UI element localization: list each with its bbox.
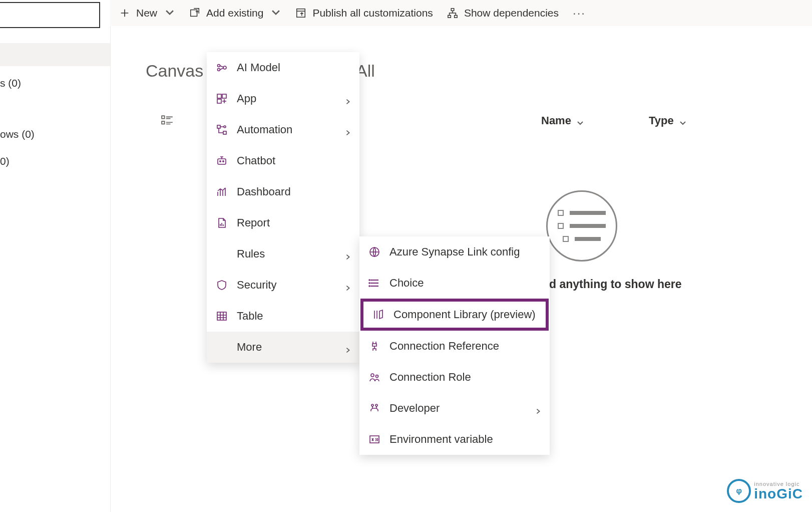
new-menu: AI Model App Automation Chatbot Dashboar…: [207, 52, 359, 363]
svg-rect-0: [191, 10, 197, 17]
menu-item-choice[interactable]: Choice: [359, 268, 550, 299]
menu-item-connection-role[interactable]: Connection Role: [359, 362, 550, 393]
dependencies-icon: [447, 8, 458, 19]
more-icon: [216, 341, 228, 353]
svg-rect-4: [455, 16, 458, 18]
menu-label: Table: [237, 310, 263, 323]
command-bar: New Add existing Publish all customizati…: [110, 0, 812, 26]
new-button[interactable]: New: [119, 7, 175, 20]
menu-item-component-library[interactable]: Component Library (preview): [363, 302, 546, 328]
new-label: New: [136, 7, 157, 19]
menu-label: Connection Reference: [389, 340, 499, 353]
menu-item-report[interactable]: Report: [207, 207, 359, 238]
menu-label: Connection Role: [389, 371, 471, 384]
menu-item-app[interactable]: App: [207, 83, 359, 114]
svg-rect-6: [162, 121, 164, 124]
rules-icon: [216, 248, 228, 260]
plus-icon: [119, 8, 130, 19]
developer-icon: [368, 402, 380, 414]
publish-button[interactable]: Publish all customizations: [295, 7, 433, 19]
sidebar-item-1[interactable]: s (0): [0, 77, 21, 89]
svg-rect-19: [217, 312, 226, 320]
menu-item-automation[interactable]: Automation: [207, 114, 359, 145]
svg-point-9: [223, 66, 226, 69]
publish-icon: [295, 8, 306, 19]
menu-item-dashboard[interactable]: Dashboard: [207, 176, 359, 207]
search-input[interactable]: [0, 2, 100, 28]
menu-label: Automation: [237, 123, 292, 136]
chevron-right-icon: [535, 405, 542, 412]
svg-rect-11: [222, 94, 226, 98]
column-select-all[interactable]: [161, 114, 174, 130]
menu-item-synapse[interactable]: Azure Synapse Link config: [359, 236, 550, 268]
dependencies-button[interactable]: Show dependencies: [447, 7, 559, 19]
svg-point-26: [371, 404, 373, 406]
component-library-icon: [372, 309, 384, 321]
sidebar-item-2[interactable]: ows (0): [0, 128, 35, 140]
empty-state-icon: [546, 190, 617, 262]
svg-point-23: [369, 286, 370, 287]
add-existing-icon: [189, 8, 200, 19]
menu-item-chatbot[interactable]: Chatbot: [207, 145, 359, 176]
highlighted-item: Component Library (preview): [360, 299, 549, 331]
add-existing-button[interactable]: Add existing: [189, 7, 281, 20]
watermark-icon: φ: [727, 479, 751, 503]
chevron-right-icon: [344, 126, 351, 133]
svg-rect-2: [451, 9, 454, 11]
automation-icon: [216, 124, 228, 136]
chatbot-icon: [216, 155, 228, 167]
menu-label: Developer: [389, 402, 440, 415]
menu-item-ai-model[interactable]: AI Model: [207, 52, 359, 83]
svg-point-22: [369, 283, 370, 284]
svg-rect-12: [217, 99, 221, 103]
svg-point-8: [218, 69, 220, 71]
menu-item-table[interactable]: Table: [207, 301, 359, 332]
chevron-right-icon: [344, 95, 351, 102]
svg-point-25: [376, 375, 378, 378]
column-header-name[interactable]: Name: [541, 114, 584, 127]
dashboard-icon: [216, 186, 228, 198]
more-commands-button[interactable]: ···: [573, 6, 586, 20]
svg-point-27: [375, 404, 377, 406]
menu-item-rules[interactable]: Rules: [207, 238, 359, 270]
dependencies-label: Show dependencies: [464, 7, 559, 19]
menu-label: Choice: [389, 277, 424, 290]
svg-rect-10: [217, 94, 221, 98]
main-content: Canvas C All Name Type d anything to sho…: [110, 26, 812, 512]
table-icon: [216, 310, 228, 322]
svg-rect-16: [218, 159, 226, 164]
checklist-icon: [161, 114, 174, 130]
ai-model-icon: [216, 62, 228, 74]
connection-reference-icon: [368, 340, 380, 352]
svg-point-24: [371, 374, 374, 377]
publish-label: Publish all customizations: [312, 7, 433, 19]
chevron-right-icon: [344, 344, 351, 351]
watermark-name: inoGiC: [754, 487, 803, 501]
svg-rect-13: [217, 125, 220, 128]
connection-role-icon: [368, 371, 380, 383]
report-icon: [216, 217, 228, 229]
menu-label: Security: [237, 279, 276, 292]
column-header-type[interactable]: Type: [649, 114, 687, 127]
svg-point-18: [223, 161, 224, 162]
sidebar-item-3[interactable]: 0): [0, 155, 10, 167]
menu-label: Chatbot: [237, 154, 275, 167]
chevron-right-icon: [344, 250, 351, 258]
sidebar-selected-row[interactable]: [0, 43, 110, 66]
watermark: φ innovative logic inoGiC: [727, 479, 803, 503]
menu-item-developer[interactable]: Developer: [359, 393, 550, 424]
menu-item-env-variable[interactable]: Environment variable: [359, 424, 550, 455]
svg-point-15: [224, 126, 226, 128]
env-variable-icon: [368, 433, 380, 445]
menu-item-connection-reference[interactable]: Connection Reference: [359, 331, 550, 362]
menu-item-security[interactable]: Security: [207, 270, 359, 301]
menu-label: Component Library (preview): [393, 308, 536, 321]
menu-label: App: [237, 92, 256, 105]
menu-label: Azure Synapse Link config: [389, 245, 520, 259]
chevron-down-icon: [679, 117, 687, 125]
menu-item-more[interactable]: More: [207, 332, 359, 363]
menu-label: AI Model: [237, 61, 280, 74]
svg-point-7: [218, 65, 220, 67]
menu-label: Rules: [237, 247, 265, 261]
menu-label: Report: [237, 216, 270, 229]
